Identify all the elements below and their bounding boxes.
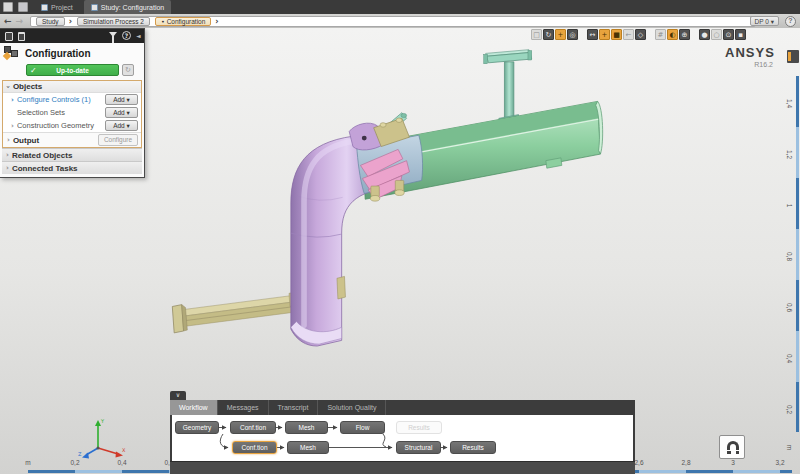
viewport-toolbar: □↻+◎↔+■←◇#◐⊕●○⊙▪ <box>531 29 746 40</box>
ruler-label: 2,8 <box>681 459 690 466</box>
breadcrumb-chevron-icon: › <box>215 16 218 27</box>
task-status-row: ✓ Up-to-date ↻ <box>0 63 144 80</box>
ansys-logo: ANSYS R16.2 <box>721 43 779 68</box>
rotate-view-icon[interactable]: ↻ <box>543 29 554 40</box>
workflow-node-results[interactable]: Results <box>396 421 442 434</box>
selection-sets-label[interactable]: Selection Sets <box>11 108 102 117</box>
project-tab-icon <box>41 4 48 11</box>
app-window: Project Study: Configuration ← → Study ›… <box>0 0 800 474</box>
iso-view-icon[interactable]: ◇ <box>635 29 646 40</box>
ruler-label: 3 <box>731 459 735 466</box>
save-icon[interactable] <box>18 2 28 12</box>
breadcrumb-study[interactable]: Study <box>36 17 65 26</box>
magnet-icon <box>727 441 739 450</box>
workflow-node-conftion[interactable]: Conf.tion <box>232 441 277 454</box>
display-settings-icon[interactable]: ⊙ <box>723 29 734 40</box>
configure-button[interactable]: Configure <box>98 134 138 146</box>
select-cursor-icon[interactable]: □ <box>531 29 542 40</box>
construction-geometry-label[interactable]: Construction Geometry <box>17 121 102 130</box>
workflow-tab-messages[interactable]: Messages <box>218 400 269 415</box>
output-section-header[interactable]: › Output Configure <box>3 132 141 147</box>
workflow-panel: ∨ WorkflowMessagesTranscriptSolution Qua… <box>170 391 635 474</box>
breadcrumb-configuration[interactable]: • Configuration <box>155 17 211 26</box>
add-selection-set-button[interactable]: Add ▾ <box>105 107 138 118</box>
panel-help-icon[interactable]: ? <box>122 31 131 40</box>
toolbar-group: □↻+◎ <box>531 29 578 40</box>
workflow-panel-footer <box>170 461 635 474</box>
row-selection-sets: Selection Sets Add ▾ <box>3 106 141 119</box>
axis-triad: Y X Z <box>56 412 128 466</box>
objects-section-header[interactable]: › Objects <box>3 81 141 93</box>
ruler-label: 1 <box>786 200 793 212</box>
chevron-right-icon: › <box>11 96 14 104</box>
fit-view-icon[interactable]: ↔ <box>587 29 598 40</box>
workflow-tab-transcript[interactable]: Transcript <box>269 400 319 415</box>
ruler-label: 3,2 <box>775 459 784 466</box>
workflow-node-results[interactable]: Results <box>450 441 496 454</box>
help-button[interactable]: ? <box>785 16 796 27</box>
workflow-tabbar: WorkflowMessagesTranscriptSolution Quali… <box>170 400 635 415</box>
workflow-node-structural[interactable]: Structural <box>396 441 441 454</box>
add-configure-control-button[interactable]: Add ▾ <box>105 94 138 105</box>
breadcrumb-simulation-process[interactable]: Simulation Process 2 <box>77 17 150 26</box>
magnet-tool-button[interactable] <box>719 435 745 459</box>
filter-icon[interactable] <box>109 32 117 37</box>
study-tab-icon <box>91 4 98 11</box>
task-title: Configuration <box>25 48 91 59</box>
collapse-workflow-button[interactable]: ∨ <box>170 391 186 400</box>
design-point-button[interactable]: DP 0 ▾ <box>750 16 779 26</box>
beam-support[interactable] <box>172 291 299 332</box>
ruler-label: m <box>25 459 30 466</box>
x-axis-label: X <box>122 447 126 453</box>
collapse-panel-icon[interactable]: ◄ <box>136 32 141 39</box>
configure-controls-link[interactable]: Configure Controls (1) <box>17 95 102 104</box>
connected-tasks-section[interactable]: › Connected Tasks <box>2 161 142 174</box>
ruler-label: 0,4 <box>786 353 793 365</box>
lighting-icon[interactable]: ○ <box>711 29 722 40</box>
task-panel-header: ? ◄ <box>0 29 144 43</box>
hanger-support[interactable] <box>484 50 532 125</box>
task-title-row: Configuration <box>0 43 144 63</box>
breadcrumb-bar: ← → Study › Simulation Process 2 • Confi… <box>0 14 800 28</box>
workflow-tab-solution-quality[interactable]: Solution Quality <box>318 400 386 415</box>
chevron-right-icon: › <box>6 151 9 159</box>
workflow-node-flow[interactable]: Flow <box>340 421 385 434</box>
forward-icon[interactable]: → <box>16 14 24 28</box>
previous-view-icon[interactable]: ← <box>623 29 634 40</box>
workflow-tab-workflow[interactable]: Workflow <box>170 400 218 415</box>
workflow-node-conftion[interactable]: Conf.tion <box>230 421 276 434</box>
workflow-node-geometry[interactable]: Geometry <box>175 421 219 434</box>
tab-project-label: Project <box>51 4 73 11</box>
row-configure-controls: › Configure Controls (1) Add ▾ <box>3 93 141 106</box>
tab-study-configuration[interactable]: Study: Configuration <box>84 0 171 14</box>
selected-bullet-icon: • <box>161 18 165 26</box>
add-construction-geometry-button[interactable]: Add ▾ <box>105 120 138 131</box>
pan-view-icon[interactable]: + <box>555 29 566 40</box>
configuration-task-icon <box>4 46 21 61</box>
zoom-in-icon[interactable]: + <box>599 29 610 40</box>
toolbar-group: ●○⊙▪ <box>699 29 746 40</box>
check-icon: ✓ <box>30 65 37 76</box>
viewport-corner-icon[interactable] <box>787 50 799 63</box>
wireframe-icon[interactable]: # <box>655 29 666 40</box>
workflow-node-mesh[interactable]: Mesh <box>285 421 328 434</box>
ruler-label: m <box>786 442 793 454</box>
expand-view-icon[interactable]: ⊕ <box>679 29 690 40</box>
y-axis-label: Y <box>100 418 105 424</box>
zoom-cursor-icon[interactable]: ◎ <box>567 29 578 40</box>
tab-project[interactable]: Project <box>34 0 80 14</box>
delete-icon[interactable] <box>18 32 25 41</box>
related-objects-section[interactable]: › Related Objects <box>2 148 142 161</box>
ruler-label: 1,4 <box>786 98 793 110</box>
shaded-view-icon[interactable]: ◐ <box>667 29 678 40</box>
chevron-down-icon: › <box>4 85 12 88</box>
snapshot-icon[interactable]: ▪ <box>735 29 746 40</box>
new-object-icon[interactable] <box>5 32 13 41</box>
center-view-icon[interactable]: ● <box>699 29 710 40</box>
tab-study-label: Study: Configuration <box>101 4 164 11</box>
back-icon[interactable]: ← <box>4 14 12 28</box>
refresh-status-button[interactable]: ↻ <box>122 64 134 76</box>
workflow-node-mesh[interactable]: Mesh <box>287 441 329 454</box>
new-file-icon[interactable] <box>3 2 13 12</box>
zoom-box-icon[interactable]: ■ <box>611 29 622 40</box>
